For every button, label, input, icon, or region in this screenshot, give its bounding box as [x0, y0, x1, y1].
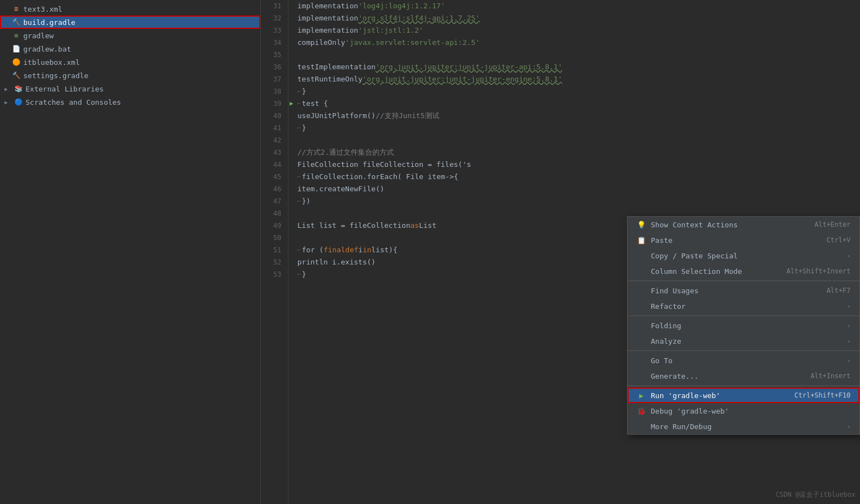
sidebar-item-text3xml[interactable]: ≡ text3.xml: [0, 2, 260, 16]
paste-icon: 📋: [636, 235, 646, 245]
run-indicator-icon: ▶: [290, 98, 294, 110]
scratch-icon: 🔵: [13, 97, 23, 107]
line-num-41: 41: [261, 122, 281, 134]
sidebar-item-label: build.gradle: [23, 18, 75, 27]
lightbulb-icon: 💡: [636, 220, 646, 230]
gradle-icon: ≡: [11, 30, 21, 40]
gradle-icon: 🔨: [11, 70, 21, 80]
line-num-36: 36: [261, 61, 281, 73]
submenu-arrow-icon: ›: [847, 423, 851, 430]
submenu-arrow-icon: ›: [847, 252, 851, 259]
sidebar-item-label: External Libraries: [26, 85, 104, 93]
debug-icon: 🐞: [636, 406, 646, 416]
sidebar-item-build-gradle[interactable]: 🔨 build.gradle: [0, 16, 260, 29]
code-line-35: [297, 49, 860, 61]
code-line-40: useJUnitPlatform() //支持Junit5测试: [297, 110, 860, 122]
copy-paste-special-icon: [636, 251, 646, 261]
menu-item-run-gradle-web[interactable]: ▶ Run 'gradle-web' Ctrl+Shift+F10: [628, 388, 859, 403]
line-num-47: 47: [261, 195, 281, 207]
code-line-44: FileCollection fileCollection = files('s: [297, 159, 860, 171]
line-num-40: 40: [261, 110, 281, 122]
column-mode-icon: [636, 266, 646, 276]
analyze-icon: [636, 336, 646, 346]
line-num-50: 50: [261, 232, 281, 244]
sidebar-item-gradlew[interactable]: ≡ gradlew: [0, 29, 260, 42]
sidebar-item-scratches-consoles[interactable]: ▶ 🔵 Scratches and Consoles: [0, 95, 260, 109]
menu-item-debug-gradle-web[interactable]: 🐞 Debug 'gradle-web': [628, 403, 859, 419]
menu-item-generate[interactable]: Generate... Alt+Insert: [628, 368, 859, 384]
sidebar-item-label: gradlew: [23, 32, 54, 40]
menu-item-analyze[interactable]: Analyze ›: [628, 333, 859, 349]
code-line-33: implementation 'jstl:jstl:1.2': [297, 24, 860, 37]
line-num-37: 37: [261, 73, 281, 85]
run-icon: ▶: [636, 390, 646, 400]
code-line-31: implementation 'log4j:log4j:1.2.17': [297, 0, 860, 12]
refactor-icon: [636, 301, 646, 311]
sidebar-item-label: settings.gradle: [23, 72, 88, 80]
menu-separator-3: [628, 350, 859, 351]
menu-item-column-selection[interactable]: Column Selection Mode Alt+Shift+Insert: [628, 263, 859, 279]
code-line-47: ⌐}): [297, 195, 860, 207]
sidebar-item-itbluebox-xml[interactable]: 🟠 itbluebox.xml: [0, 55, 260, 69]
code-line-41: ⌐}: [297, 122, 860, 134]
line-num-43: 43: [261, 146, 281, 159]
code-line-38: ⌐}: [297, 85, 860, 98]
line-num-53: 53: [261, 268, 281, 281]
line-num-31: 31: [261, 0, 281, 12]
context-menu: 💡 Show Context Actions Alt+Enter 📋 Paste…: [627, 216, 860, 435]
code-line-36: testImplementation 'org.junit.jupiter:ju…: [297, 61, 860, 73]
line-num-38: 38: [261, 85, 281, 98]
menu-item-find-usages[interactable]: Find Usages Alt+F7: [628, 283, 859, 298]
line-num-33: 33: [261, 24, 281, 37]
expand-arrow-icon: ▶: [4, 99, 12, 105]
sidebar: ≡ text3.xml 🔨 build.gradle ≡ gradlew 📄 g…: [0, 0, 261, 504]
line-num-42: 42: [261, 134, 281, 146]
editor: 31 32 33 34 35 36 37 38 39 40 41 42 43 4…: [261, 0, 860, 504]
line-num-46: 46: [261, 183, 281, 195]
line-num-48: 48: [261, 207, 281, 220]
more-run-icon: [636, 421, 646, 431]
line-num-45: 45: [261, 171, 281, 183]
gradle-icon: 🔨: [11, 17, 21, 27]
submenu-arrow-icon: ›: [847, 357, 851, 364]
xml-icon: 🟠: [11, 57, 21, 67]
line-num-44: 44: [261, 159, 281, 171]
menu-item-copy-paste-special[interactable]: Copy / Paste Special ›: [628, 248, 859, 263]
bat-icon: 📄: [11, 44, 21, 54]
code-line-37: testRuntimeOnly 'org.junit.jupiter:junit…: [297, 73, 860, 85]
code-line-42: [297, 134, 860, 146]
line-num-35: 35: [261, 49, 281, 61]
menu-separator-2: [628, 315, 859, 316]
menu-item-folding[interactable]: Folding ›: [628, 318, 859, 333]
submenu-arrow-icon: ›: [847, 322, 851, 329]
code-line-46: item.createNewFile(): [297, 183, 860, 195]
goto-icon: [636, 355, 646, 365]
folding-icon: [636, 320, 646, 330]
sidebar-item-label: Scratches and Consoles: [26, 98, 121, 106]
menu-item-paste[interactable]: 📋 Paste Ctrl+V: [628, 232, 859, 248]
menu-item-show-context-actions[interactable]: 💡 Show Context Actions Alt+Enter: [628, 217, 859, 232]
watermark: CSDN @蓝盒子itbluebox: [776, 490, 856, 500]
line-num-51: 51: [261, 244, 281, 256]
menu-separator-4: [628, 385, 859, 386]
line-num-52: 52: [261, 256, 281, 268]
generate-icon: [636, 371, 646, 381]
code-line-45: ⌐fileCollection.forEach( File item->{: [297, 171, 860, 183]
menu-item-refactor[interactable]: Refactor ›: [628, 298, 859, 314]
code-line-39: ▶ ⌐test {: [297, 98, 860, 110]
sidebar-item-label: text3.xml: [23, 5, 62, 13]
sidebar-item-external-libraries[interactable]: ▶ 📚 External Libraries: [0, 82, 260, 95]
line-num-32: 32: [261, 12, 281, 24]
sidebar-item-settings-gradle[interactable]: 🔨 settings.gradle: [0, 69, 260, 82]
line-numbers: 31 32 33 34 35 36 37 38 39 40 41 42 43 4…: [261, 0, 289, 504]
sidebar-item-label: itbluebox.xml: [23, 58, 80, 67]
menu-item-more-run-debug[interactable]: More Run/Debug ›: [628, 419, 859, 434]
line-num-49: 49: [261, 220, 281, 232]
menu-item-go-to[interactable]: Go To ›: [628, 353, 859, 368]
find-icon: [636, 286, 646, 296]
sidebar-item-gradlew-bat[interactable]: 📄 gradlew.bat: [0, 42, 260, 55]
submenu-arrow-icon: ›: [847, 303, 851, 310]
code-line-34: compileOnly 'javax.servlet:servlet-api:2…: [297, 37, 860, 49]
xml-icon: ≡: [11, 4, 21, 14]
line-num-39: 39: [261, 98, 281, 110]
